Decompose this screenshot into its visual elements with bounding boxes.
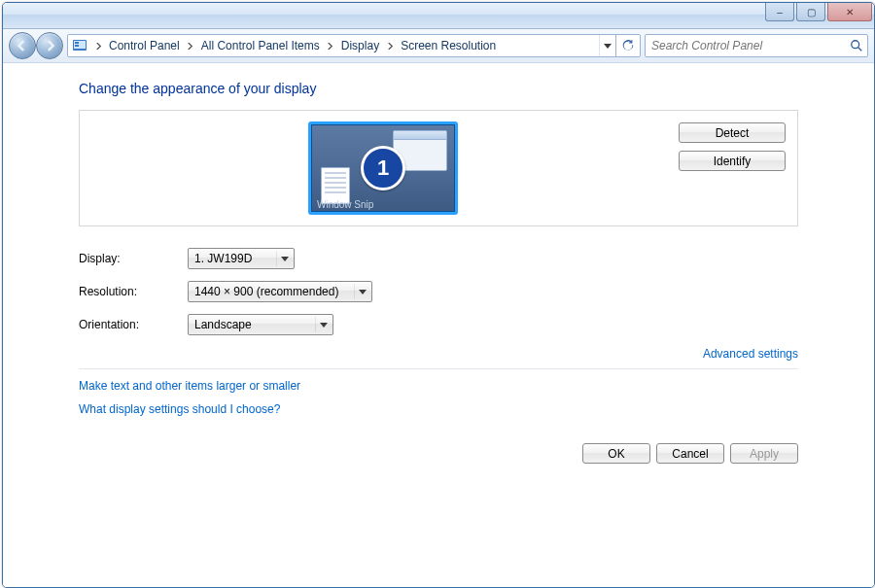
orientation-combobox[interactable]: Landscape [188, 314, 333, 335]
breadcrumb-display[interactable]: Display [337, 35, 383, 56]
separator [79, 368, 798, 369]
refresh-button[interactable] [615, 35, 640, 56]
breadcrumb-all-items[interactable]: All Control Panel Items [197, 35, 324, 56]
chevron-down-icon [604, 44, 612, 49]
detect-button[interactable]: Detect [679, 122, 786, 143]
dialog-buttons: OK Cancel Apply [79, 443, 798, 464]
svg-rect-2 [75, 42, 79, 44]
display-preview-box: 1 Window Snip Detect Identify [79, 110, 798, 226]
display-row: Display: 1. JW199D [79, 248, 798, 269]
back-button[interactable] [9, 32, 36, 59]
breadcrumb-separator[interactable] [184, 35, 197, 56]
apply-button[interactable]: Apply [730, 443, 798, 464]
ok-button[interactable]: OK [582, 443, 650, 464]
search-icon [846, 35, 867, 56]
nav-arrows [9, 32, 63, 59]
breadcrumb-separator[interactable] [383, 35, 397, 56]
preview-buttons: Detect Identify [679, 119, 789, 218]
search-input[interactable] [646, 35, 846, 56]
display-combobox[interactable]: 1. JW199D [188, 248, 295, 269]
minimize-button[interactable]: – [765, 3, 794, 21]
resolution-value: 1440 × 900 (recommended) [194, 285, 338, 298]
breadcrumb-label: Control Panel [105, 39, 184, 52]
orientation-label: Orientation: [79, 318, 188, 331]
advanced-row: Advanced settings [79, 347, 798, 361]
forward-button[interactable] [36, 32, 63, 59]
monitor-caption: Window Snip [317, 199, 373, 210]
refresh-icon [621, 39, 635, 52]
breadcrumb-label: Screen Resolution [397, 39, 500, 52]
breadcrumb-separator[interactable] [91, 35, 105, 56]
help-link[interactable]: What display settings should I choose? [79, 402, 798, 416]
breadcrumb-separator[interactable] [324, 35, 337, 56]
display-preview[interactable]: 1 Window Snip [88, 119, 679, 218]
maximize-icon: ▢ [807, 7, 816, 17]
breadcrumb-label: All Control Panel Items [197, 39, 324, 52]
close-icon: ✕ [846, 7, 854, 17]
orientation-value: Landscape [194, 318, 252, 331]
chevron-down-icon [354, 284, 369, 299]
text-size-link[interactable]: Make text and other items larger or smal… [79, 379, 798, 393]
breadcrumb-control-panel[interactable]: Control Panel [105, 35, 184, 56]
search-box[interactable] [645, 34, 868, 57]
settings-panel: Change the appearance of your display 1 … [79, 63, 798, 587]
monitor-number-badge: 1 [361, 146, 405, 190]
chevron-down-icon [276, 251, 292, 266]
breadcrumb-label: Display [337, 39, 383, 52]
help-links: Make text and other items larger or smal… [79, 379, 798, 416]
resolution-label: Resolution: [79, 285, 188, 298]
content-area: Change the appearance of your display 1 … [3, 63, 874, 587]
breadcrumb-screen-resolution[interactable]: Screen Resolution [397, 35, 500, 56]
page-title: Change the appearance of your display [79, 81, 798, 96]
maximize-button[interactable]: ▢ [796, 3, 825, 21]
forward-arrow-icon [44, 40, 55, 52]
chevron-down-icon [315, 317, 331, 332]
identify-button[interactable]: Identify [679, 151, 786, 171]
minimize-icon: – [777, 7, 783, 17]
monitor-1[interactable]: 1 Window Snip [308, 121, 458, 215]
address-bar[interactable]: Control Panel All Control Panel Items Di… [67, 34, 641, 57]
display-value: 1. JW199D [194, 252, 252, 265]
orientation-row: Orientation: Landscape [79, 314, 798, 335]
close-button[interactable]: ✕ [827, 3, 872, 21]
svg-rect-3 [75, 45, 79, 47]
cancel-button[interactable]: Cancel [656, 443, 724, 464]
navigation-bar: Control Panel All Control Panel Items Di… [3, 29, 874, 63]
titlebar[interactable]: – ▢ ✕ [3, 3, 874, 29]
address-history-dropdown[interactable] [599, 35, 615, 56]
svg-line-5 [858, 48, 862, 52]
svg-point-4 [852, 41, 859, 49]
display-label: Display: [79, 252, 188, 265]
control-panel-icon [70, 36, 89, 55]
resolution-combobox[interactable]: 1440 × 900 (recommended) [188, 281, 372, 302]
settings-form: Display: 1. JW199D Resolution: 1440 × 90… [79, 248, 798, 335]
advanced-settings-link[interactable]: Advanced settings [703, 347, 798, 361]
screen-resolution-window: – ▢ ✕ Control Panel All Control Panel It… [2, 2, 875, 588]
resolution-row: Resolution: 1440 × 900 (recommended) [79, 281, 798, 302]
back-arrow-icon [17, 40, 28, 52]
